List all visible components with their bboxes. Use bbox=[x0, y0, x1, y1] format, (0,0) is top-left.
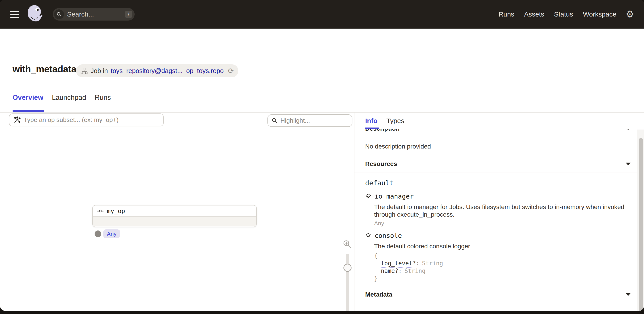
highlight-input[interactable] bbox=[280, 117, 348, 124]
menu-icon[interactable] bbox=[10, 11, 19, 18]
resources-title: Resources bbox=[365, 160, 397, 167]
op-subset-filter[interactable] bbox=[9, 114, 164, 126]
job-badge-prefix: Job in bbox=[90, 67, 108, 75]
main-content: with_metadata Job in toys_repository@dag… bbox=[0, 29, 644, 311]
nav-link-status[interactable]: Status bbox=[554, 10, 573, 18]
gear-icon[interactable]: ⚙ bbox=[626, 9, 634, 19]
metadata-section: Metadata owner data team link https://da… bbox=[354, 286, 644, 311]
config-field-log-level: log_level?:String bbox=[381, 260, 633, 267]
nav-link-assets[interactable]: Assets bbox=[524, 10, 544, 18]
logger-name: console bbox=[374, 232, 402, 239]
output-type-badge[interactable]: Any bbox=[103, 229, 120, 238]
tab-runs[interactable]: Runs bbox=[94, 92, 111, 112]
metadata-header[interactable]: Metadata bbox=[354, 286, 644, 303]
job-tabs: Overview Launchpad Runs bbox=[12, 92, 111, 112]
dagster-logo-icon[interactable] bbox=[26, 4, 44, 24]
zoom-in-icon[interactable] bbox=[342, 239, 352, 249]
resource-io-manager: io_manager The default io manager for Jo… bbox=[365, 192, 633, 226]
op-node-my-op[interactable]: my_op bbox=[92, 205, 257, 227]
description-header[interactable]: Description bbox=[354, 129, 644, 137]
logger-console: console The default colored console logg… bbox=[365, 232, 633, 282]
config-close-brace: } bbox=[374, 275, 633, 282]
op-node-body bbox=[93, 217, 256, 226]
resource-config-type: Any bbox=[374, 220, 633, 226]
tab-launchpad[interactable]: Launchpad bbox=[52, 92, 86, 112]
output-port bbox=[94, 230, 101, 237]
description-title: Description bbox=[365, 129, 400, 132]
config-field-name-row: name?:String bbox=[381, 267, 633, 275]
nav-links: Runs Assets Status Workspace bbox=[499, 10, 616, 18]
refresh-icon[interactable]: ⟳ bbox=[228, 67, 234, 74]
description-body: No description provided bbox=[354, 137, 644, 156]
resources-header[interactable]: Resources bbox=[354, 156, 644, 172]
config-field-type: String bbox=[422, 260, 443, 267]
chevron-down-icon bbox=[626, 129, 630, 130]
config-field-name[interactable]: name bbox=[381, 268, 395, 275]
side-panel-tabs: Info Types bbox=[354, 113, 644, 129]
op-node-label: my_op bbox=[107, 207, 125, 214]
config-field-type: String bbox=[404, 268, 426, 274]
job-icon bbox=[80, 67, 88, 74]
config-field-name[interactable]: log_level bbox=[381, 260, 412, 268]
repo-link[interactable]: toys_repository@dagst..._op_toys.repo bbox=[111, 67, 224, 75]
zoom-slider-track[interactable] bbox=[346, 254, 349, 311]
highlight-search-icon bbox=[272, 118, 278, 124]
slash-shortcut-key: / bbox=[125, 11, 132, 18]
side-panel-scroll-area[interactable]: Description No description provided Reso… bbox=[354, 129, 644, 311]
top-nav: Search... / Runs Assets Status Workspace… bbox=[0, 0, 644, 29]
config-schema: { log_level?:String name?:String } bbox=[365, 252, 633, 282]
op-selector-icon bbox=[14, 116, 20, 124]
metadata-title: Metadata bbox=[365, 291, 392, 298]
tab-info[interactable]: Info bbox=[365, 113, 378, 129]
page-title: with_metadata bbox=[12, 64, 76, 75]
search-placeholder: Search... bbox=[67, 10, 94, 18]
panel-scrollbar-thumb[interactable] bbox=[639, 138, 643, 311]
layers-icon bbox=[365, 193, 372, 199]
highlight-filter[interactable] bbox=[268, 114, 352, 127]
tab-types[interactable]: Types bbox=[386, 113, 404, 129]
search-icon bbox=[54, 9, 64, 19]
op-icon bbox=[97, 209, 104, 213]
chevron-down-icon bbox=[626, 293, 630, 296]
description-section: Description No description provided bbox=[354, 129, 644, 156]
resource-description: The default io manager for Jobs. Uses fi… bbox=[374, 203, 633, 218]
chevron-down-icon bbox=[626, 162, 630, 165]
config-open-brace: { bbox=[374, 252, 633, 260]
resources-section: Resources default io_manager The bbox=[354, 156, 644, 286]
logger-description: The default colored console logger. bbox=[374, 243, 633, 250]
global-search[interactable]: Search... / bbox=[53, 8, 134, 20]
tab-overview[interactable]: Overview bbox=[12, 92, 44, 112]
op-subset-input[interactable] bbox=[24, 116, 159, 124]
job-location-badge: Job in toys_repository@dagst..._op_toys.… bbox=[76, 64, 238, 77]
layers-icon bbox=[365, 232, 372, 239]
zoom-slider-thumb[interactable] bbox=[344, 264, 352, 272]
resource-name: io_manager bbox=[374, 192, 414, 200]
nav-link-runs[interactable]: Runs bbox=[499, 10, 514, 18]
nav-link-workspace[interactable]: Workspace bbox=[583, 10, 616, 18]
resource-group-name: default bbox=[365, 179, 633, 187]
dagster-app: Search... / Runs Assets Status Workspace… bbox=[0, 0, 644, 314]
